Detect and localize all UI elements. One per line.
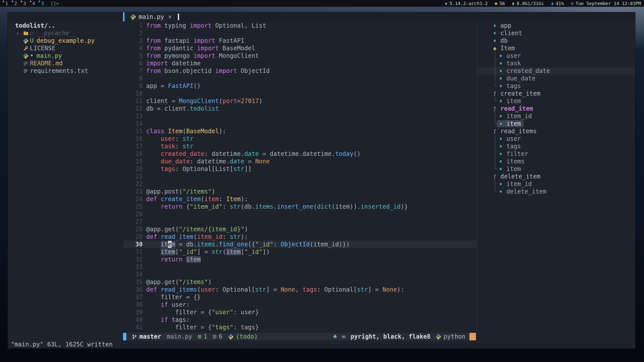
code-line[interactable]: 5from pymongo import MongoClient xyxy=(123,52,477,60)
outline-item-read_items[interactable]: ƒread_items xyxy=(477,127,635,135)
tab-close-icon[interactable]: × xyxy=(168,13,172,20)
code-line[interactable]: 20 tags: Optional[List[str]] xyxy=(123,165,477,173)
outline-item-item_id[interactable]: │♦item_id xyxy=(477,180,635,188)
code-line[interactable]: 37 filter = {} xyxy=(123,293,477,301)
code-line[interactable]: 7from bson.objectid import ObjectId xyxy=(123,67,477,75)
outline-item-filter[interactable]: │♦filter xyxy=(477,150,635,158)
outline-item-item_id[interactable]: │♦item_id xyxy=(477,112,635,120)
code-line[interactable]: 15class Item(BaseModel): xyxy=(123,127,477,135)
status-updates: ●56 xyxy=(495,1,505,6)
workspace-tag-4[interactable]: 4 xyxy=(29,0,38,7)
code-line[interactable]: 33 xyxy=(123,263,477,271)
outline-item-client[interactable]: ♦client xyxy=(477,29,635,37)
code-line[interactable]: 28@app.get("/items/{item_id}") xyxy=(123,225,477,233)
outline-item-label: user xyxy=(506,52,521,59)
code-line[interactable]: 11client = MongoClient(port=27017) xyxy=(123,97,477,105)
workspace-tag-5[interactable]: 5 xyxy=(37,0,47,7)
tree-item-README.md[interactable]: README.md xyxy=(8,60,123,67)
tree-item-requirements.txt[interactable]: requirements.txt xyxy=(8,67,123,75)
line-number: 38 xyxy=(123,301,143,308)
code-line[interactable]: 36def read_items(user: Optional[str] = N… xyxy=(123,286,477,293)
outline-item-user[interactable]: │♦user xyxy=(477,135,635,143)
workspace-tag-1[interactable]: 1 xyxy=(2,0,11,7)
outline-item-item[interactable]: └♦item xyxy=(477,97,635,105)
code-line[interactable]: 9app = FastAPI() xyxy=(123,82,477,90)
workspace-tag-3[interactable]: 3 xyxy=(20,0,29,7)
outline-item-create_item[interactable]: ƒcreate_item xyxy=(477,90,635,97)
code-line[interactable]: 25 return {"item_id": str(db.items.inser… xyxy=(123,203,477,210)
outline-item-label: items xyxy=(506,158,525,165)
outline-item-label: tags xyxy=(506,82,521,89)
code-line[interactable]: 8 xyxy=(123,75,477,82)
code-line[interactable]: 39 filter = {"user": user} xyxy=(123,308,477,316)
tree-item-main.py[interactable]: •main.py xyxy=(8,52,123,60)
code-line[interactable]: 3from fastapi import FastAPI xyxy=(123,37,477,44)
line-number: 31 xyxy=(123,248,143,256)
code-line[interactable]: 35@app.get("/items") xyxy=(123,278,477,286)
line-number: 13 xyxy=(123,112,143,120)
code-line[interactable]: 21 xyxy=(123,173,477,180)
code-text: def read_item(item_id: str): xyxy=(146,233,248,241)
code-line[interactable]: 12db = client.todolist xyxy=(123,105,477,112)
outline-item-tags[interactable]: │♦tags xyxy=(477,143,635,150)
outline-item-item[interactable]: └♦item xyxy=(477,165,635,173)
tab-main-py[interactable]: main.py × xyxy=(123,12,176,21)
code-line[interactable]: 24def create_item(item: Item): xyxy=(123,195,477,203)
outline-item-items[interactable]: │♦items xyxy=(477,158,635,165)
outline-item-created_date[interactable]: │♦created_date xyxy=(477,67,635,75)
outline-item-delete_item[interactable]: ƒdelete_item xyxy=(477,173,635,180)
tree-root[interactable]: todolist/.. xyxy=(8,22,123,29)
code-line[interactable]: 23@app.post("/items") xyxy=(123,188,477,195)
file-explorer: todolist/.. ›○__pycache__Udebug_example.… xyxy=(8,21,123,333)
code-line[interactable]: 27 xyxy=(123,218,477,225)
editor[interactable]: 1from typing import Optional, List23from… xyxy=(123,21,477,333)
outline-item-user[interactable]: │♦user xyxy=(477,52,635,60)
code-line[interactable]: 34 xyxy=(123,271,477,278)
var-icon: ♦ xyxy=(499,181,506,187)
layout-symbol[interactable]: []= xyxy=(51,1,59,6)
outline-item-Item[interactable]: ◉Item xyxy=(477,44,635,52)
outline-item-delete_item[interactable]: └♦delete_item xyxy=(477,188,635,195)
tree-item-label: __pycache__ xyxy=(36,30,76,37)
line-number: 8 xyxy=(123,75,143,82)
code-line[interactable]: 1from typing import Optional, List xyxy=(123,22,477,29)
outline-item-read_item[interactable]: ƒread_item xyxy=(477,105,635,112)
code-line[interactable]: 10 xyxy=(123,90,477,97)
code-line[interactable]: 22 xyxy=(123,180,477,188)
outline-item-tags[interactable]: └♦tags xyxy=(477,82,635,90)
code-line[interactable]: 41 filter = {"tags": tags} xyxy=(123,324,477,331)
code-line[interactable]: 32 return item xyxy=(123,256,477,263)
bufferline: main.py × xyxy=(8,12,635,21)
code-line[interactable]: 26 xyxy=(123,210,477,218)
code-line[interactable]: 31 item["_id"] = str(item["_id"]) xyxy=(123,248,477,256)
tree-item-LICENSE[interactable]: LICENSE xyxy=(8,44,123,52)
outline-item-task[interactable]: │♦task xyxy=(477,60,635,67)
git-added: ⊞1 xyxy=(198,333,207,340)
workspace-tag-2[interactable]: 2 xyxy=(11,0,20,7)
code-line[interactable]: 2 xyxy=(123,29,477,37)
git-added-icon: ⊞ xyxy=(198,333,201,340)
outline-item-app[interactable]: ♦app xyxy=(477,22,635,29)
code-line[interactable]: 17 task: str xyxy=(123,143,477,150)
code-line[interactable]: 13 xyxy=(123,112,477,120)
outline-item-db[interactable]: ♦db xyxy=(477,37,635,44)
outline-item-due_date[interactable]: │♦due_date xyxy=(477,75,635,82)
code-line[interactable]: 18 created_date: datetime.date = datetim… xyxy=(123,150,477,158)
line-number: 37 xyxy=(123,293,143,301)
code-line[interactable]: 16 user: str xyxy=(123,135,477,143)
outline-item-box: ♦app xyxy=(491,22,514,29)
outline-item-item[interactable]: └♦item xyxy=(477,120,635,127)
outline-item-box: ♦created_date xyxy=(497,67,552,74)
tree-item-__pycache__[interactable]: ›○__pycache__ xyxy=(8,29,123,37)
code-line[interactable]: 14 xyxy=(123,120,477,127)
outline-item-label: client xyxy=(500,30,522,37)
outline-item-label: item xyxy=(506,165,521,172)
code-line[interactable]: 19 due_date: datetime.date = None xyxy=(123,158,477,165)
code-line[interactable]: 6import datetime xyxy=(123,60,477,67)
tree-item-debug_example.py[interactable]: Udebug_example.py xyxy=(8,37,123,44)
code-line[interactable]: 30 item = db.items.find_one({"_id": Obje… xyxy=(123,241,477,248)
code-line[interactable]: 4from pydantic import BaseModel xyxy=(123,44,477,52)
code-line[interactable]: 40 if tags: xyxy=(123,316,477,324)
code-line[interactable]: 38 if user: xyxy=(123,301,477,308)
code-line[interactable]: 29def read_item(item_id: str): xyxy=(123,233,477,241)
